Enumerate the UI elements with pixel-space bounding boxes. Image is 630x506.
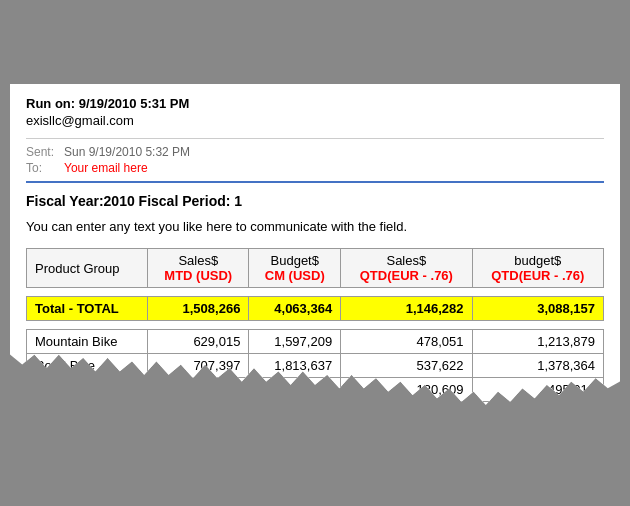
fiscal-info: Fiscal Year:2010 Fiscal Period: 1 [26,193,604,209]
row-mountain-label: Mountain Bike [27,330,148,354]
row-touring-sales-qtd: 130,609 [341,378,472,402]
total-sales-mtd: 1,508,266 [148,297,249,321]
row-road-sales-mtd: 707,397 [148,354,249,378]
row-road-budget-cm: 1,813,637 [249,354,341,378]
col-header-budget-cm-sub: CM (USD) [265,268,325,283]
total-sales-qtd: 1,146,282 [341,297,472,321]
run-on-line: Run on: 9/19/2010 5:31 PM [26,96,604,111]
row-road-budget-qtd: 1,378,364 [472,354,603,378]
run-on-value: 9/19/2010 5:31 PM [79,96,190,111]
col-header-budget-qtd: budget$ QTD(EUR - .76) [472,249,603,288]
sent-row: Sent: Sun 9/19/2010 5:32 PM [26,145,604,159]
row-touring-budget-cm: 652,518 [249,378,341,402]
email-container: Run on: 9/19/2010 5:31 PM exisllc@gmail.… [10,84,620,422]
sent-label: Sent: [26,145,56,159]
total-row: Total - TOTAL 1,508,266 4,063,364 1,146,… [27,297,604,321]
table-row: Road Bike 707,397 1,813,637 537,622 1,37… [27,354,604,378]
run-on-label: Run on: [26,96,75,111]
row-mountain-budget-qtd: 1,213,879 [472,330,603,354]
table-header-row: Product Group Sales$ MTD (USD) Budget$ C… [27,249,604,288]
spacer-row-1 [27,288,604,297]
col-header-budget-cm: Budget$ CM (USD) [249,249,341,288]
col-header-product: Product Group [27,249,148,288]
row-mountain-budget-cm: 1,597,209 [249,330,341,354]
row-road-label: Road Bike [27,354,148,378]
col-header-budget-qtd-sub: QTD(EUR - .76) [491,268,584,283]
col-header-sales-qtd: Sales$ QTD(EUR - .76) [341,249,472,288]
row-mountain-sales-qtd: 478,051 [341,330,472,354]
body-text: You can enter any text you like here to … [26,219,604,234]
table-row: Touring Bike 171,854 652,518 130,609 495… [27,378,604,402]
row-road-sales-qtd: 537,622 [341,354,472,378]
row-touring-label: Touring Bike [27,378,148,402]
col-header-sales-mtd: Sales$ MTD (USD) [148,249,249,288]
top-divider [26,138,604,139]
total-budget-cm: 4,063,364 [249,297,341,321]
to-row: To: Your email here [26,161,604,175]
to-value: Your email here [64,161,148,175]
to-label: To: [26,161,56,175]
blue-divider [26,181,604,183]
total-label: Total - TOTAL [27,297,148,321]
row-touring-sales-mtd: 171,854 [148,378,249,402]
row-touring-budget-qtd: 495,914 [472,378,603,402]
col-header-sales-qtd-sub: QTD(EUR - .76) [360,268,453,283]
table-row: Mountain Bike 629,015 1,597,209 478,051 … [27,330,604,354]
spacer-row-2 [27,321,604,330]
data-table: Product Group Sales$ MTD (USD) Budget$ C… [26,248,604,402]
sent-value: Sun 9/19/2010 5:32 PM [64,145,190,159]
row-mountain-sales-mtd: 629,015 [148,330,249,354]
email-address: exisllc@gmail.com [26,113,604,128]
total-budget-qtd: 3,088,157 [472,297,603,321]
col-header-sales-mtd-sub: MTD (USD) [164,268,232,283]
